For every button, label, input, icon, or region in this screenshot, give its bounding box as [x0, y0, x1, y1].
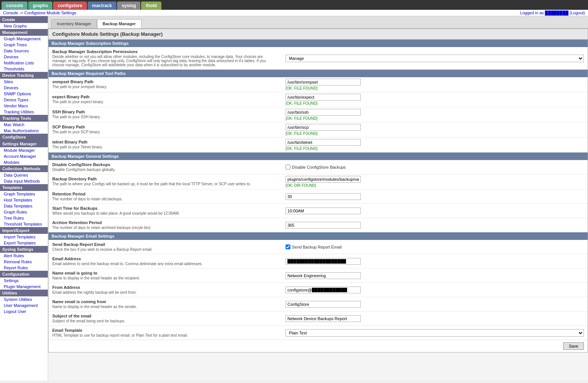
form-select[interactable]: ManageTag-Only	[286, 55, 584, 62]
sidebar-item[interactable]: Plugin Management	[0, 284, 48, 290]
sidebar-item[interactable]: Data Input Methods	[0, 178, 48, 184]
ok-status: [OK: FILE FOUND]	[286, 101, 584, 105]
form-field-title: Name email is going to	[52, 271, 278, 275]
section-header: Backup Manager General Settings	[49, 153, 588, 160]
form-checkbox[interactable]	[286, 244, 290, 249]
sidebar-item[interactable]: Data Queries	[0, 172, 48, 178]
form-input-field[interactable]	[286, 139, 361, 146]
form-input-field[interactable]	[286, 222, 361, 229]
sidebar-item[interactable]: Modules	[0, 159, 48, 165]
sidebar-item[interactable]: Graph Management	[0, 36, 48, 42]
form-row: Start Time for BackupsWhen would you bac…	[49, 204, 588, 218]
sidebar-item[interactable]: Mac Watch	[0, 122, 48, 128]
form-field-desc: The path to your Telnet binary.	[52, 145, 278, 149]
form-input-field[interactable]	[286, 315, 361, 322]
form-input-field[interactable]	[286, 208, 361, 214]
form-input-col: [OK: FILE FOUND]	[282, 122, 588, 137]
form-row: Retention PeriodThe number of days to re…	[49, 189, 588, 204]
content-area: Configstore Module Settings (Backup Mana…	[48, 29, 588, 352]
sidebar-item[interactable]: Report Rules	[0, 265, 48, 271]
form-field-desc: Name to display in the email header as t…	[52, 305, 278, 309]
logged-in: Logged in as ████████ (Logout)	[520, 11, 585, 15]
sidebar-header: Tracking Tools	[0, 115, 48, 122]
sidebar-item[interactable]: Graph Rules	[0, 209, 48, 215]
form-input-field[interactable]	[286, 301, 361, 308]
form-input-col: [OK: FILE FOUND]	[282, 77, 588, 92]
form-label-col: expect Binary PathThe path to your expec…	[49, 92, 282, 107]
tab-backup-manager[interactable]: Backup Manager	[97, 19, 141, 28]
checkbox-row: Send Backup Report Email	[286, 244, 584, 249]
sidebar-item[interactable]: Alert Rules	[0, 253, 48, 259]
sidebar-item[interactable]: Vendor Macs	[0, 103, 48, 109]
form-label-col: SSH Binary PathThe path to your SSH bina…	[49, 107, 282, 122]
sidebar-item[interactable]: Tree Rules	[0, 215, 48, 221]
form-input-field[interactable]	[286, 258, 361, 265]
sidebar-item[interactable]: Removal Rules	[0, 259, 48, 265]
sidebar-item[interactable]: Data Sources	[0, 48, 48, 54]
form-input-field[interactable]	[286, 176, 361, 183]
form-checkbox[interactable]	[286, 165, 290, 169]
sidebar-item[interactable]: Account Manager	[0, 153, 48, 159]
form-input-field[interactable]	[286, 193, 361, 200]
sidebar-item[interactable]: User Management	[0, 302, 48, 308]
sidebar-item[interactable]: Notification Lists	[0, 60, 48, 66]
sidebar-item[interactable]: Threshold Templates	[0, 221, 48, 227]
page-tabs: Inventory Manager Backup Manager	[48, 16, 588, 29]
tab-syslog[interactable]: syslog	[117, 2, 140, 10]
form-row: expect Binary PathThe path to your expec…	[49, 92, 588, 107]
sidebar-item[interactable]: Sites	[0, 79, 48, 85]
tab-mactrack[interactable]: mactrack	[88, 2, 117, 10]
form-field-title: Backup Manager Subscription Permissions	[52, 49, 278, 54]
sidebar-item[interactable]: Graph Trees	[0, 42, 48, 48]
form-row: Backup Manager Subscription PermissionsD…	[49, 47, 588, 70]
sidebar-item[interactable]: Thresholds	[0, 66, 48, 72]
sidebar-item[interactable]: Import Templates	[0, 234, 48, 240]
sidebar-item[interactable]: New Graphs	[0, 23, 48, 29]
sidebar-item[interactable]: Device Types	[0, 97, 48, 103]
sidebar-header: Management	[0, 29, 48, 36]
sidebar-item[interactable]: System Utilities	[0, 296, 48, 302]
form-input-col: [OK: FILE FOUND]	[282, 107, 588, 122]
form-input-field[interactable]	[286, 272, 361, 279]
sidebar-item[interactable]: Logout User	[0, 308, 48, 314]
sidebar-item[interactable]: Graph Templates	[0, 191, 48, 197]
form-label-col: Start Time for BackupsWhen would you bac…	[49, 204, 282, 218]
sidebar-item[interactable]: Host Templates	[0, 197, 48, 203]
form-label-col: Archive Retention PeriodThe number of da…	[49, 218, 282, 232]
form-label-col: Email TemplateHTML Template to use for b…	[49, 326, 282, 340]
tab-thold[interactable]: thold	[141, 2, 161, 10]
sidebar-item[interactable]: Devices	[0, 54, 48, 60]
form-field-desc: Subject of the email being sent for back…	[52, 319, 278, 323]
tab-graphs[interactable]: graphs	[28, 2, 52, 10]
form-input-field[interactable]	[286, 109, 361, 116]
form-row: Subject of the emailSubject of the email…	[49, 311, 588, 326]
tab-configstore[interactable]: configstore	[53, 2, 87, 10]
sidebar-item[interactable]: Mac Authorizations	[0, 128, 48, 134]
form-field-title: Start Time for Backups	[52, 206, 278, 211]
sidebar-item[interactable]: Settings	[0, 278, 48, 284]
form-input-col	[282, 204, 588, 218]
form-field-desc: The path to your SSH binary.	[52, 115, 278, 119]
form-input-field[interactable]	[286, 287, 361, 293]
sidebar-item[interactable]: Tracking Utilities	[0, 109, 48, 115]
sidebar-item[interactable]: SNMP Options	[0, 91, 48, 97]
form-input-col: [OK: DIR FOUND]	[282, 174, 588, 189]
sidebar-item[interactable]: Devices	[0, 85, 48, 91]
sidebar-item[interactable]: Data Templates	[0, 203, 48, 209]
sidebar-item[interactable]: Module Manager	[0, 147, 48, 153]
sidebar-header: Collection Methods	[0, 165, 48, 172]
tab-console[interactable]: console	[2, 2, 27, 10]
tab-inventory-manager[interactable]: Inventory Manager	[51, 19, 97, 28]
save-button[interactable]: Save	[563, 342, 584, 350]
ok-status: [OK: FILE FOUND]	[286, 131, 584, 136]
form-select[interactable]: Plain TextHTML	[286, 329, 584, 337]
sidebar-header: Configuration	[0, 271, 48, 278]
sidebar-item[interactable]: Export Templates	[0, 240, 48, 246]
form-input-field[interactable]	[286, 94, 361, 101]
form-row: snmpset Binary PathThe path to your snmp…	[49, 77, 588, 92]
form-input-field[interactable]	[286, 79, 361, 85]
form-field-desc: Decide whether or not you will allow oth…	[52, 55, 278, 67]
form-field-title: Email Template	[52, 328, 278, 333]
form-row: Email AddressEmail address to send the b…	[49, 254, 588, 269]
form-input-field[interactable]	[286, 124, 361, 131]
